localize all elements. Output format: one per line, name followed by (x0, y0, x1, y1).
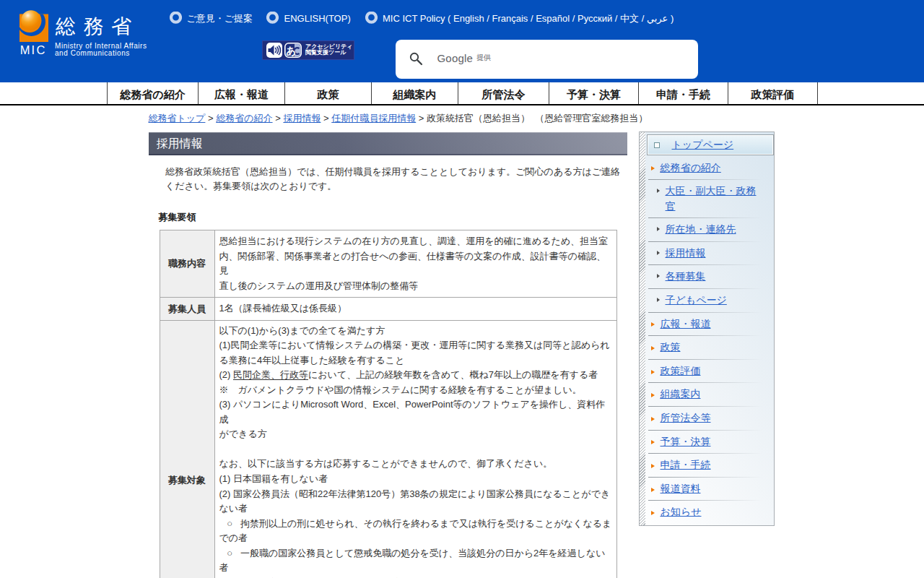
svg-text:あ: あ (286, 45, 296, 56)
